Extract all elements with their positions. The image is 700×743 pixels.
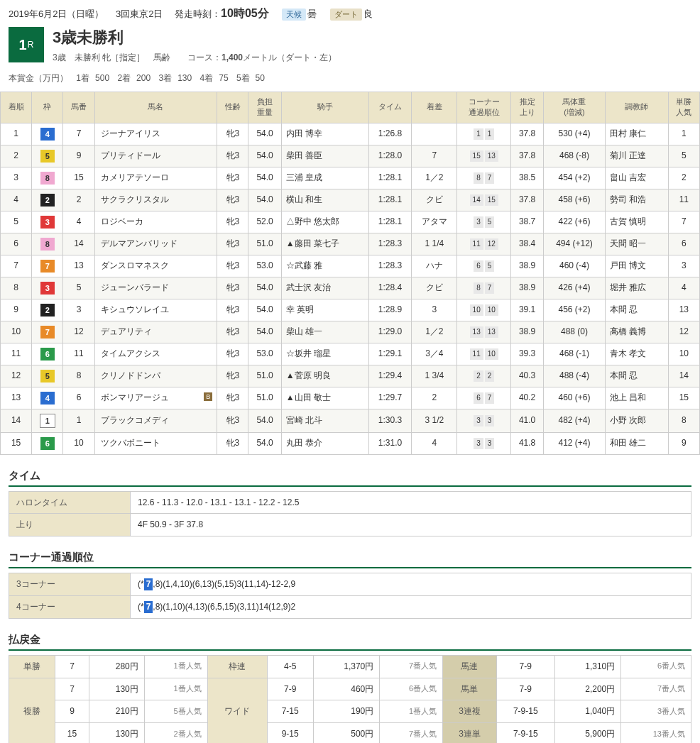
col-c14: 単勝人気 [668, 92, 699, 123]
table-row: 534ロジベーカ牝352.0△野中 悠太郎1:28.1アタマ3538.7422 … [1, 211, 700, 233]
results-table: 着順枠馬番馬名性齢負担重量騎手タイム着差コーナー通過順位推定上り馬体重(増減)調… [0, 92, 700, 455]
table-row: 6814デルマアンバリッド牝351.0▲藤田 菜七子1:28.31 1/4111… [1, 233, 700, 255]
table-row: 923キシュウソレイユ牝354.0幸 英明1:28.93101039.1456 … [1, 299, 700, 321]
weather-label: 天候 [282, 9, 306, 21]
col-c9: 着差 [412, 92, 457, 123]
col-c10: コーナー通過順位 [457, 92, 511, 123]
table-row: 10712デュアリティ牝354.0柴山 雄一1:29.01／2131338.94… [1, 321, 700, 343]
race-subtitle: 3歳 未勝利 牝［指定］ 馬齢 コース：1,400メートル（ダート・左） [53, 52, 337, 64]
weather-val: 曇 [307, 9, 317, 19]
col-c11: 推定上り [511, 92, 544, 123]
payout-table: 単勝7280円1番人気 枠連4-51,370円7番人気 馬連7-91,310円6… [9, 655, 691, 743]
race-title: 3歳未勝利 [53, 27, 337, 49]
table-row: 1258クリノドドンパ牝351.0▲菅原 明良1:29.41 3/42240.3… [1, 365, 700, 387]
table-row: 11611タイムアクシス牝353.0☆坂井 瑠星1:29.13／4111039.… [1, 343, 700, 365]
section-time: タイム [9, 468, 691, 487]
table-row: 422サクラクリスタル牝354.0横山 和生1:28.1クビ141537.845… [1, 189, 700, 211]
col-c5: 性齢 [217, 92, 248, 123]
col-c3: 馬番 [63, 92, 94, 123]
prize-money: 本賞金（万円） 1着500 2着200 3着130 4着75 5着50 [0, 70, 700, 92]
race-number-badge: 1R [9, 27, 44, 62]
race-header: 2019年6月2日（日曜） 3回東京2日 発走時刻：10時05分 天候曇 ダート… [0, 0, 700, 27]
col-c4: 馬名 [94, 92, 217, 123]
col-c1: 着順 [1, 92, 32, 123]
table-row: 147ジーナアイリス牝354.0内田 博幸1:26.81137.8530 (+4… [1, 123, 700, 145]
col-c12: 馬体重(増減) [544, 92, 606, 123]
section-corner: コーナー通過順位 [9, 549, 691, 568]
col-c2: 枠 [32, 92, 63, 123]
track-label: ダート [330, 9, 362, 21]
table-row: 259プリティドール牝354.0柴田 善臣1:28.07151337.8468 … [1, 145, 700, 167]
col-c6: 負担重量 [248, 92, 281, 123]
corner-table: 3コーナー(*7,8)(1,4,10)(6,13)(5,15)3(11,14)-… [9, 573, 691, 619]
race-date: 2019年6月2日（日曜） [9, 9, 104, 19]
col-c13: 調教師 [605, 92, 668, 123]
table-row: 15610ツクバボニート牝354.0丸田 恭介1:31.043341.8412 … [1, 432, 700, 454]
table-row: 3815カメリアテソーロ牝354.0三浦 皇成1:28.11／28738.545… [1, 167, 700, 189]
table-row: 1346ボンマリアージュB牝351.0▲山田 敬士1:29.726740.246… [1, 387, 700, 409]
table-row: 1411ブラックコメディ牝354.0宮崎 北斗1:30.33 1/23341.0… [1, 409, 700, 432]
post-label: 発走時刻： [175, 9, 221, 19]
table-row: 835ジューンバラード牝354.0武士沢 友治1:28.4クビ8738.9426… [1, 277, 700, 299]
section-payout: 払戻金 [9, 632, 691, 651]
time-table: ハロンタイム12.6 - 11.3 - 12.0 - 13.1 - 13.1 -… [9, 491, 691, 537]
track-val: 良 [363, 9, 373, 19]
post-time: 10時05分 [221, 7, 269, 19]
blinker-icon: B [204, 392, 212, 401]
table-row: 7713ダンスロマネスク牝353.0☆武藤 雅1:28.3ハナ6538.9460… [1, 255, 700, 277]
col-c7: 騎手 [281, 92, 368, 123]
race-kaisai: 3回東京2日 [116, 9, 163, 19]
col-c8: タイム [368, 92, 411, 123]
